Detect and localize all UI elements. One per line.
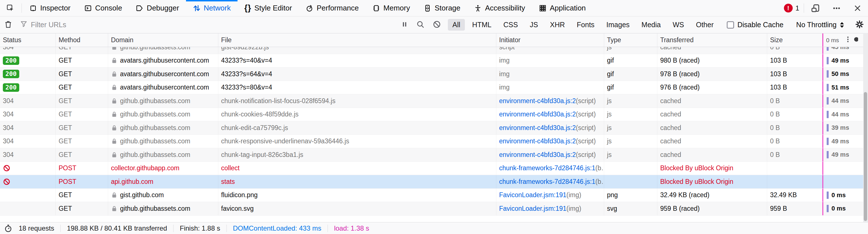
request-time: 39 ms	[832, 124, 849, 131]
column-header-status[interactable]: Status	[0, 33, 56, 47]
request-time: 44 ms	[832, 111, 849, 118]
request-row[interactable]: 304GETgithub.githubassets.comchunk-notif…	[0, 94, 868, 108]
stopwatch-icon[interactable]	[4, 224, 12, 233]
filter-pill-html[interactable]: HTML	[468, 19, 496, 31]
tab-console[interactable]: Console	[77, 0, 129, 16]
request-row[interactable]: GETgithub.githubassets.comfavicon.svgFav…	[0, 202, 868, 215]
filter-pill-all[interactable]: All	[448, 19, 465, 31]
tab-storage[interactable]: Storage	[417, 0, 467, 16]
tab-label: Inspector	[40, 4, 70, 12]
initiator-link[interactable]: environment-c4bfd30a.js:2	[499, 97, 576, 105]
filter-pill-css[interactable]: CSS	[499, 19, 522, 31]
search-icon	[416, 20, 425, 30]
request-row[interactable]: 200GETavatars.githubusercontent.com43233…	[0, 81, 868, 95]
request-count[interactable]: 18 requests	[19, 224, 54, 232]
request-row[interactable]: 200GETavatars.githubusercontent.com43233…	[0, 67, 868, 81]
domain-cell: gist.github.com	[108, 189, 218, 202]
request-row[interactable]: 200GETavatars.githubusercontent.com43233…	[0, 54, 868, 68]
filter-pill-other[interactable]: Other	[691, 19, 718, 31]
initiator-link[interactable]: environment-c4bfd30a.js:2	[499, 137, 576, 145]
initiator-link[interactable]: FaviconLoader.jsm:191	[499, 205, 566, 212]
filter-pill-fonts[interactable]: Fonts	[572, 19, 599, 31]
request-row[interactable]: 304GETgithub.githubassets.comchunk-edit-…	[0, 121, 868, 135]
filter-pill-media[interactable]: Media	[637, 19, 665, 31]
error-count-badge[interactable]: ! 1	[780, 0, 803, 16]
filter-pill-ws[interactable]: WS	[668, 19, 688, 31]
request-row[interactable]: POSTapi.github.comstatschunk-frameworks-…	[0, 175, 868, 189]
method-cell: GET	[56, 189, 108, 202]
initiator-link[interactable]: environment-c4bfd30a.js:2	[499, 124, 576, 132]
error-count: 1	[796, 4, 799, 12]
devtools-menu-button[interactable]	[826, 0, 847, 16]
initiator-cell: img	[496, 54, 604, 67]
request-row[interactable]: POSTcollector.githubapp.comcollectchunk-…	[0, 162, 868, 175]
waterfall-cell: 44 ms	[823, 108, 868, 121]
debugger-icon	[135, 4, 144, 12]
disable-cache-toggle[interactable]: Disable Cache	[721, 21, 789, 29]
scrollbar-thumb[interactable]	[864, 92, 867, 221]
waterfall-cell: 0 ms	[823, 202, 868, 215]
pause-traffic-button[interactable]	[397, 21, 412, 29]
initiator-cell: chunk-frameworks-7d284746.js:1 (b…	[496, 162, 604, 175]
filter-urls-input[interactable]: Filter URLs	[18, 20, 397, 29]
type-cell	[604, 175, 657, 188]
throttling-dropdown[interactable]: No Throttling	[790, 21, 849, 29]
request-row[interactable]: 304GETgithub.githubassets.comchunk-cooki…	[0, 108, 868, 121]
type-cell: gif	[604, 54, 657, 67]
initiator-link[interactable]: FaviconLoader.jsm:191	[499, 191, 566, 199]
tab-inspector[interactable]: Inspector	[22, 0, 77, 16]
pick-element-button[interactable]	[0, 0, 21, 16]
tab-style-editor[interactable]: {} Style Editor	[238, 0, 299, 16]
clear-requests-button[interactable]	[0, 20, 17, 30]
finish-time: Finish: 1.88 s	[180, 224, 220, 232]
tab-network[interactable]: Network	[186, 0, 238, 16]
column-header-size[interactable]: Size	[767, 33, 823, 47]
request-blocking-button[interactable]	[429, 20, 445, 30]
waterfall-cell: 39 ms	[823, 121, 868, 135]
waterfall-cell: 49 ms	[823, 135, 868, 148]
close-icon	[853, 4, 862, 12]
column-header-initiator[interactable]: Initiator	[496, 33, 604, 47]
column-header-transferred[interactable]: Transferred	[657, 33, 767, 47]
disable-cache-checkbox[interactable]	[727, 21, 734, 29]
tab-accessibility[interactable]: Accessibility	[467, 0, 532, 16]
domcontentloaded-time[interactable]: DOMContentLoaded: 433 ms	[233, 224, 321, 232]
transferred-cell: cached	[657, 108, 767, 121]
vertical-scrollbar[interactable]	[863, 34, 868, 222]
request-row[interactable]: GETgist.github.comfluidicon.pngFaviconLo…	[0, 189, 868, 202]
tab-application[interactable]: Application	[532, 0, 593, 16]
initiator-link[interactable]: environment-c4bfd30a.js:2	[499, 151, 576, 159]
initiator-kind: (script)	[576, 151, 596, 159]
filter-pill-xhr[interactable]: XHR	[546, 19, 569, 31]
initiator-link[interactable]: chunk-frameworks-7d284746.js:1	[499, 164, 595, 172]
column-header-file[interactable]: File	[218, 33, 496, 47]
column-header-method[interactable]: Method	[56, 33, 108, 47]
request-row[interactable]: 304GETgithub.githubassets.comchunk-tag-i…	[0, 148, 868, 162]
search-button[interactable]	[412, 20, 429, 30]
column-header-domain[interactable]: Domain	[108, 33, 218, 47]
transferred-cell: cached	[657, 135, 767, 148]
request-row[interactable]: 304GETgithub.githubassets.comgist-89d292…	[0, 47, 868, 54]
tab-debugger[interactable]: Debugger	[129, 0, 186, 16]
tab-label: Network	[204, 4, 231, 12]
responsive-design-mode-button[interactable]	[805, 0, 826, 16]
tab-memory[interactable]: Memory	[366, 0, 417, 16]
domain-cell: github.githubassets.com	[108, 94, 218, 108]
column-header-type[interactable]: Type	[604, 33, 657, 47]
load-time[interactable]: load: 1.38 s	[334, 224, 369, 232]
initiator-link[interactable]: chunk-frameworks-7d284746.js:1	[499, 178, 595, 185]
initiator-link[interactable]: environment-c4bfd30a.js:2	[499, 111, 576, 118]
close-devtools-button[interactable]	[847, 0, 868, 16]
blocked-icon	[3, 164, 10, 172]
filter-pill-js[interactable]: JS	[525, 19, 542, 31]
tab-performance[interactable]: Performance	[299, 0, 366, 16]
network-settings-button[interactable]	[851, 20, 868, 30]
waterfall-bar	[827, 47, 829, 51]
network-summary-bar: 18 requests 198.88 KB / 80.41 KB transfe…	[0, 222, 868, 234]
initiator-kind: (img)	[566, 205, 581, 212]
column-header-waterfall[interactable]: 0 ms	[823, 33, 868, 47]
filter-pill-images[interactable]: Images	[602, 19, 634, 31]
file-cell: 43233?s=40&v=4	[218, 54, 496, 67]
request-row[interactable]: 304GETgithub.githubassets.comchunk-respo…	[0, 135, 868, 148]
file-cell: stats	[218, 175, 496, 188]
